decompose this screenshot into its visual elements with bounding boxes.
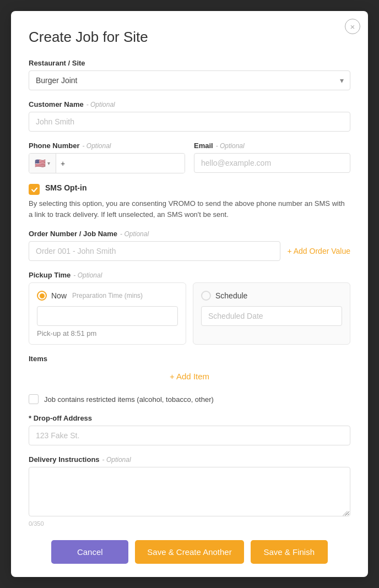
sms-optin-description: By selecting this option, you are consen…: [29, 198, 350, 220]
pickup-now-header: Now Preparation Time (mins): [37, 291, 178, 301]
save-finish-button[interactable]: Save & Finish: [251, 540, 328, 564]
customer-name-input[interactable]: [29, 112, 350, 132]
close-button[interactable]: ×: [345, 19, 360, 34]
flag-icon: 🇺🇸: [35, 158, 46, 168]
phone-input-row: 🇺🇸 ▾ +: [29, 153, 185, 173]
footer-buttons: Cancel Save & Create Another Save & Fini…: [29, 540, 350, 564]
email-input[interactable]: [194, 153, 350, 173]
dropoff-address-group: * Drop-off Address: [29, 414, 350, 445]
order-number-group: Order Number / Job Name - Optional + Add…: [29, 230, 350, 261]
phone-plus: +: [56, 159, 68, 168]
delivery-instructions-input[interactable]: [29, 467, 350, 516]
pickup-time-group: Pickup Time - Optional Now Preparation T…: [29, 271, 350, 345]
pickup-time-display: Pick-up at 8:51 pm: [37, 329, 178, 337]
create-job-modal: × Create Job for Site Restaurant / Site …: [11, 11, 368, 577]
pickup-now-option[interactable]: Now Preparation Time (mins) 15 Pick-up a…: [29, 282, 186, 345]
order-number-row: + Add Order Value: [29, 241, 350, 261]
phone-email-row: Phone Number - Optional 🇺🇸 ▾ + Email - O…: [29, 141, 350, 183]
restricted-label: Job contains restricted items (alcohol, …: [44, 395, 214, 404]
pickup-time-label: Pickup Time - Optional: [29, 271, 350, 279]
restaurant-site-select[interactable]: Burger Joint: [29, 70, 350, 90]
email-label: Email - Optional: [194, 141, 350, 150]
modal-overlay: × Create Job for Site Restaurant / Site …: [0, 0, 379, 588]
delivery-instructions-group: Delivery Instructions - Optional 0/350: [29, 455, 350, 527]
pickup-schedule-radio[interactable]: [201, 291, 211, 301]
flag-chevron-icon: ▾: [47, 160, 50, 166]
restricted-items-row: Job contains restricted items (alcohol, …: [29, 394, 350, 404]
restaurant-site-label: Restaurant / Site: [29, 59, 350, 67]
pickup-now-radio[interactable]: [37, 291, 47, 301]
pickup-schedule-option[interactable]: Schedule: [193, 282, 350, 345]
add-item-button[interactable]: + Add Item: [29, 366, 350, 386]
scheduled-date-input[interactable]: [201, 306, 342, 326]
delivery-instructions-label: Delivery Instructions - Optional: [29, 455, 350, 464]
order-number-label: Order Number / Job Name - Optional: [29, 230, 350, 238]
add-order-value-link[interactable]: + Add Order Value: [287, 247, 350, 255]
sms-optin-row: SMS Opt-in: [29, 183, 350, 195]
close-icon: ×: [350, 23, 355, 31]
pickup-schedule-header: Schedule: [201, 291, 342, 301]
order-number-input[interactable]: [29, 241, 280, 261]
sms-optin-checkbox[interactable]: [29, 184, 40, 195]
phone-flag-selector[interactable]: 🇺🇸 ▾: [29, 154, 56, 173]
phone-number-label: Phone Number - Optional: [29, 141, 185, 150]
dropoff-address-input[interactable]: [29, 426, 350, 445]
prep-time-input[interactable]: 15: [37, 306, 178, 326]
char-count: 0/350: [29, 520, 350, 527]
dropoff-address-label: * Drop-off Address: [29, 414, 350, 422]
items-label: Items: [29, 355, 350, 363]
customer-name-group: Customer Name - Optional: [29, 100, 350, 132]
restaurant-site-group: Restaurant / Site Burger Joint ▾: [29, 59, 350, 90]
modal-title: Create Job for Site: [29, 29, 350, 46]
customer-name-label: Customer Name - Optional: [29, 100, 350, 108]
items-section: Items + Add Item: [29, 355, 350, 386]
checkmark-icon: [31, 186, 38, 193]
sms-optin-label: SMS Opt-in: [45, 183, 86, 192]
save-create-another-button[interactable]: Save & Create Another: [135, 540, 243, 564]
delivery-instructions-wrapper: [29, 467, 350, 519]
resize-handle-icon: [342, 510, 348, 516]
pickup-options: Now Preparation Time (mins) 15 Pick-up a…: [29, 282, 350, 345]
restaurant-site-select-wrapper: Burger Joint ▾: [29, 70, 350, 90]
phone-number-group: Phone Number - Optional 🇺🇸 ▾ +: [29, 141, 185, 173]
phone-input[interactable]: [68, 154, 185, 173]
restricted-checkbox[interactable]: [29, 394, 39, 404]
sms-optin-group: SMS Opt-in By selecting this option, you…: [29, 183, 350, 220]
email-group: Email - Optional: [194, 141, 350, 173]
cancel-button[interactable]: Cancel: [51, 540, 128, 564]
